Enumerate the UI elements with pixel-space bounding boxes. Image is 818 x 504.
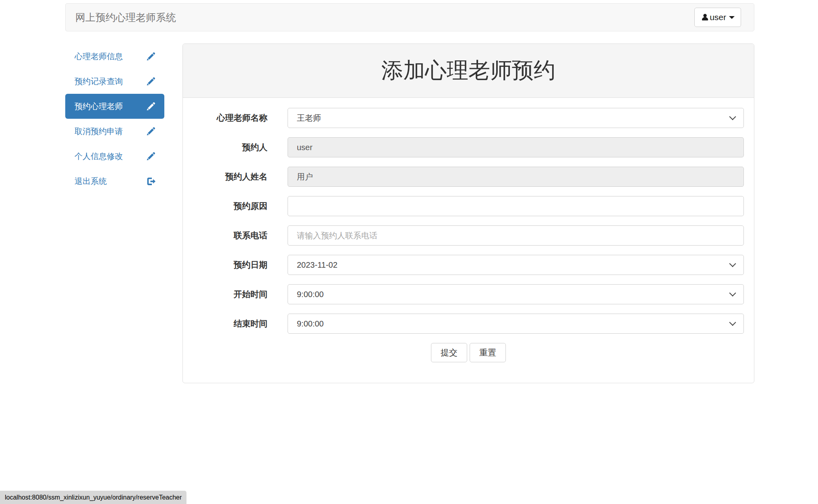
pencil-icon [146,151,156,161]
panel-heading: 添加心理老师预约 [183,44,754,98]
sidebar-item-label: 个人信息修改 [75,151,123,162]
sidebar-item-profile-edit[interactable]: 个人信息修改 [65,144,164,169]
log-out-icon [146,176,156,186]
reset-button[interactable]: 重置 [470,343,506,362]
sidebar-item-teacher-info[interactable]: 心理老师信息 [65,44,164,69]
reservation-form: 心理老师名称 王老师 预约人 预约人姓名 [183,98,754,362]
pencil-icon [146,101,156,111]
sidebar-item-record-query[interactable]: 预约记录查询 [65,69,164,94]
field-label-reason: 预约原因 [193,200,288,212]
form-row: 联系电话 [193,225,744,246]
header: 网上预约心理老师系统 user [65,3,754,31]
sidebar-item-label: 心理老师信息 [75,51,123,62]
field-label-booker-account: 预约人 [193,142,288,153]
sidebar-item-logout[interactable]: 退出系统 [65,169,164,194]
sidebar-item-label: 预约记录查询 [75,76,123,87]
page: 网上预约心理老师系统 user 心理老师信息 预约记录查询 预约心理老师 [0,0,818,504]
user-menu-button[interactable]: user [694,8,741,27]
end-time-select[interactable]: 9:00:00 [288,314,744,334]
field-label-end-time: 结束时间 [193,318,288,329]
date-select[interactable]: 2023-11-02 [288,255,744,275]
form-actions: 提交 重置 [193,343,744,362]
pencil-icon [146,126,156,136]
booker-name-input [288,167,744,187]
sidebar-item-label: 预约心理老师 [75,101,123,112]
sidebar-item-label: 取消预约申请 [75,126,123,137]
user-menu-label: user [710,12,726,22]
form-row: 结束时间 9:00:00 [193,314,744,334]
app-title: 网上预约心理老师系统 [75,11,176,24]
form-row: 预约人 [193,137,744,157]
form-row: 开始时间 9:00:00 [193,284,744,304]
start-time-select[interactable]: 9:00:00 [288,284,744,304]
user-icon [701,13,710,22]
pencil-icon [146,76,156,86]
main-panel: 添加心理老师预约 心理老师名称 王老师 预约人 预约人姓名 [182,43,754,383]
sidebar-item-reserve-teacher[interactable]: 预约心理老师 [65,94,164,119]
sidebar: 心理老师信息 预约记录查询 预约心理老师 取消预约申请 个人信息修改 [65,44,164,194]
field-label-date: 预约日期 [193,259,288,271]
sidebar-item-label: 退出系统 [75,176,107,187]
field-label-start-time: 开始时间 [193,289,288,300]
field-label-booker-name: 预约人姓名 [193,171,288,182]
form-row: 预约人姓名 [193,167,744,187]
phone-input[interactable] [288,225,744,246]
status-bar: localhost:8080/ssm_xinlizixun_yuyue/ordi… [0,491,186,504]
psychologist-name-select[interactable]: 王老师 [288,108,744,128]
sidebar-item-cancel-request[interactable]: 取消预约申请 [65,119,164,144]
form-row: 预约日期 2023-11-02 [193,255,744,275]
page-title: 添加心理老师预约 [381,56,555,85]
field-label-phone: 联系电话 [193,230,288,241]
booker-account-input [288,137,744,157]
submit-button[interactable]: 提交 [431,343,467,362]
caret-down-icon [729,16,735,19]
form-row: 预约原因 [193,196,744,216]
reason-input[interactable] [288,196,744,216]
field-label-teacher-name: 心理老师名称 [193,112,288,124]
pencil-icon [146,52,156,61]
form-row: 心理老师名称 王老师 [193,108,744,128]
